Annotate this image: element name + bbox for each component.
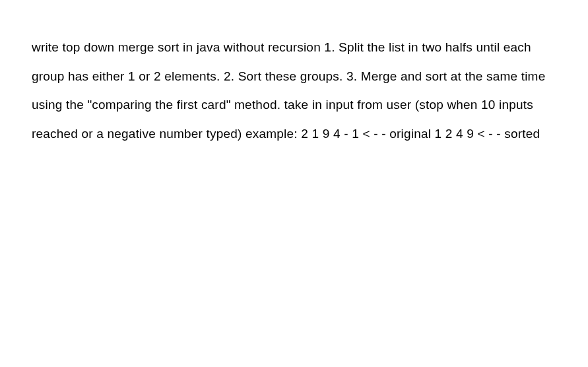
document-body-text: write top down merge sort in java withou… bbox=[32, 33, 556, 149]
